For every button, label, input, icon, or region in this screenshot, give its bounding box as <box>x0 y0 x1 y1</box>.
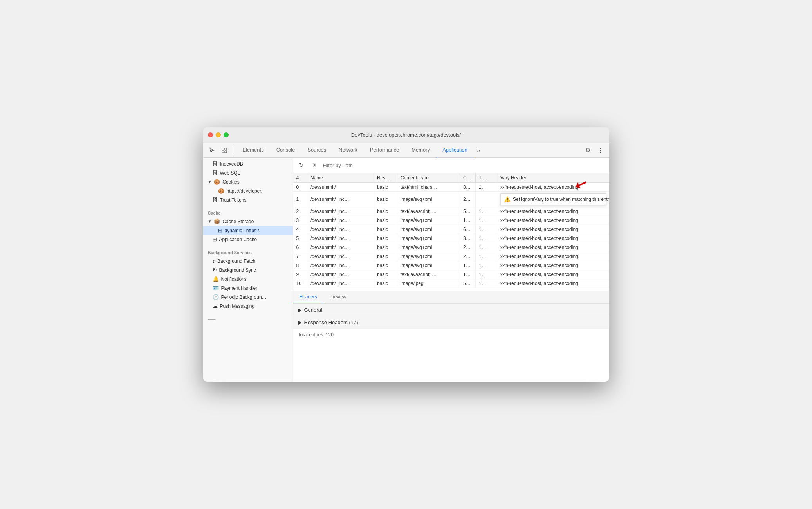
table-row[interactable]: 3 /devsummit/_inc… basic image/svg+xml 1… <box>293 216 609 225</box>
maximize-button[interactable] <box>224 132 229 137</box>
tab-performance[interactable]: Performance <box>364 143 405 157</box>
table-row[interactable]: 5 /devsummit/_inc… basic image/svg+xml 3… <box>293 234 609 243</box>
col-header-ti: Ti… <box>476 173 497 183</box>
cell-num: 9 <box>293 270 307 279</box>
cell-ti: 1… <box>476 243 497 252</box>
indexeddb-icon: 🗄 <box>213 161 218 167</box>
minimize-button[interactable] <box>216 132 221 137</box>
clear-button[interactable]: ✕ <box>310 160 320 170</box>
sidebar-item-dynamic-cache[interactable]: ⊞ dynamic - https:/. <box>203 226 293 235</box>
sidebar-item-label: Periodic Backgroun… <box>221 294 267 300</box>
sidebar-item-label: Cache Storage <box>222 219 254 224</box>
cache-table-container: ➘ # Name Res… Content-Type C… Ti… Vary H… <box>293 173 609 291</box>
cell-ct: image/svg+xml <box>397 225 460 234</box>
col-header-c: C… <box>460 173 476 183</box>
sidebar-item-label: https://developer. <box>227 188 262 194</box>
cursor-icon[interactable] <box>206 145 217 156</box>
col-header-num: # <box>293 173 307 183</box>
warning-icon: ⚠️ <box>504 196 511 202</box>
tab-bar: Elements Console Sources Network Perform… <box>203 143 609 158</box>
more-tabs-button[interactable]: » <box>474 143 483 157</box>
cell-num: 0 <box>293 183 307 192</box>
tab-elements[interactable]: Elements <box>236 143 270 157</box>
sidebar-item-cookies-https[interactable]: 🍪 https://developer. <box>203 186 293 195</box>
table-row[interactable]: 2 /devsummit/_inc… basic text/javascript… <box>293 207 609 216</box>
sidebar-item-label: Notifications <box>221 276 247 282</box>
col-header-vary: Vary Header <box>497 173 609 183</box>
tab-preview[interactable]: Preview <box>323 291 353 303</box>
inspect-icon[interactable] <box>219 145 230 156</box>
sidebar-item-label: Push Messaging <box>220 303 255 309</box>
sidebar-item-indexeddb[interactable]: 🗄 IndexedDB <box>203 159 293 168</box>
cell-c: 1… <box>460 261 476 270</box>
cell-ct: text/javascript; … <box>397 207 460 216</box>
cell-name: /devsummit/ <box>307 183 374 192</box>
push-messaging-icon: ☁ <box>213 303 218 309</box>
sidebar-item-websql[interactable]: 🗄 Web SQL <box>203 168 293 177</box>
sidebar-item-label: Background Sync <box>219 267 256 273</box>
tab-headers[interactable]: Headers <box>293 291 323 303</box>
table-row[interactable]: 8 /devsummit/_inc… basic image/svg+xml 1… <box>293 261 609 270</box>
filter-bar: ↻ ✕ <box>293 158 609 173</box>
sidebar-item-periodic-bg[interactable]: 🕐 Periodic Backgroun… <box>203 292 293 301</box>
svg-rect-3 <box>225 151 227 153</box>
tab-application[interactable]: Application <box>436 143 474 157</box>
toolbar-right: ⚙ ⋮ <box>583 145 606 156</box>
cell-res: basic <box>374 207 397 216</box>
close-button[interactable] <box>208 132 213 137</box>
more-options-icon[interactable]: ⋮ <box>595 145 606 156</box>
cell-res: basic <box>374 183 397 192</box>
tab-memory[interactable]: Memory <box>405 143 436 157</box>
cell-name: /devsummit/_inc… <box>307 270 374 279</box>
cell-res: basic <box>374 192 397 207</box>
cell-ti: 1… <box>476 252 497 261</box>
response-headers-section-header[interactable]: ▶ Response Headers (17) <box>293 316 609 329</box>
cookies-icon: 🍪 <box>214 179 220 185</box>
bg-services-label: Background Services <box>203 247 293 256</box>
sidebar-item-app-cache[interactable]: ⊞ Application Cache <box>203 235 293 244</box>
table-row[interactable]: 7 /devsummit/_inc… basic image/svg+xml 2… <box>293 252 609 261</box>
cell-c: 5… <box>460 207 476 216</box>
sidebar-item-payment-handler[interactable]: 🪪 Payment Handler <box>203 283 293 292</box>
cookies-item-icon: 🍪 <box>218 188 224 194</box>
sidebar-item-label: Payment Handler <box>221 285 258 291</box>
table-row[interactable]: 6 /devsummit/_inc… basic image/svg+xml 2… <box>293 243 609 252</box>
cell-num: 1 <box>293 192 307 207</box>
tab-sources[interactable]: Sources <box>301 143 332 157</box>
sidebar-sep-1 <box>203 204 293 208</box>
cell-num: 4 <box>293 225 307 234</box>
sidebar-item-bg-fetch[interactable]: ↕ Background Fetch <box>203 256 293 265</box>
payment-handler-icon: 🪪 <box>213 285 219 291</box>
bottom-tab-bar: Headers Preview <box>293 291 609 304</box>
cell-name: /devsummit/_inc… <box>307 192 374 207</box>
sidebar-item-trust-tokens[interactable]: 🗄 Trust Tokens <box>203 195 293 204</box>
sidebar-item-bg-sync[interactable]: ↻ Background Sync <box>203 265 293 274</box>
sidebar-item-notifications[interactable]: 🔔 Notifications <box>203 274 293 283</box>
cell-vary: x-fh-requested-host, accept-encoding <box>497 243 609 252</box>
response-headers-arrow-icon: ▶ <box>298 319 302 325</box>
cell-ct: image/svg+xml <box>397 261 460 270</box>
table-row[interactable]: 4 /devsummit/_inc… basic image/svg+xml 6… <box>293 225 609 234</box>
table-row[interactable]: 10 /devsummit/_inc… basic image/jpeg 5… … <box>293 279 609 288</box>
cell-ct: image/svg+xml <box>397 192 460 207</box>
filter-input[interactable] <box>323 162 606 168</box>
cell-c: 2… <box>460 243 476 252</box>
table-row[interactable]: 1 /devsummit/_inc… basic image/svg+xml 2… <box>293 192 609 207</box>
table-row[interactable]: 9 /devsummit/_inc… basic text/javascript… <box>293 270 609 279</box>
refresh-button[interactable]: ↻ <box>296 160 307 170</box>
cell-c: 2… <box>460 252 476 261</box>
periodic-bg-icon: 🕐 <box>213 294 219 300</box>
table-row[interactable]: 0 /devsummit/ basic text/html; chars… 8…… <box>293 183 609 192</box>
settings-icon[interactable]: ⚙ <box>583 145 594 156</box>
sidebar-item-cookies-header[interactable]: ▼ 🍪 Cookies <box>203 177 293 186</box>
cell-name: /devsummit/_inc… <box>307 216 374 225</box>
col-header-res: Res… <box>374 173 397 183</box>
general-section-header[interactable]: ▶ General <box>293 304 609 316</box>
svg-rect-2 <box>222 151 224 153</box>
tab-network[interactable]: Network <box>332 143 364 157</box>
sidebar-item-push-messaging[interactable]: ☁ Push Messaging <box>203 301 293 310</box>
cell-ct: image/svg+xml <box>397 234 460 243</box>
sidebar-item-cache-storage[interactable]: ▼ 📦 Cache Storage <box>203 217 293 226</box>
cell-vary: x-fh-requested-host, accept-encoding <box>497 261 609 270</box>
tab-console[interactable]: Console <box>270 143 301 157</box>
